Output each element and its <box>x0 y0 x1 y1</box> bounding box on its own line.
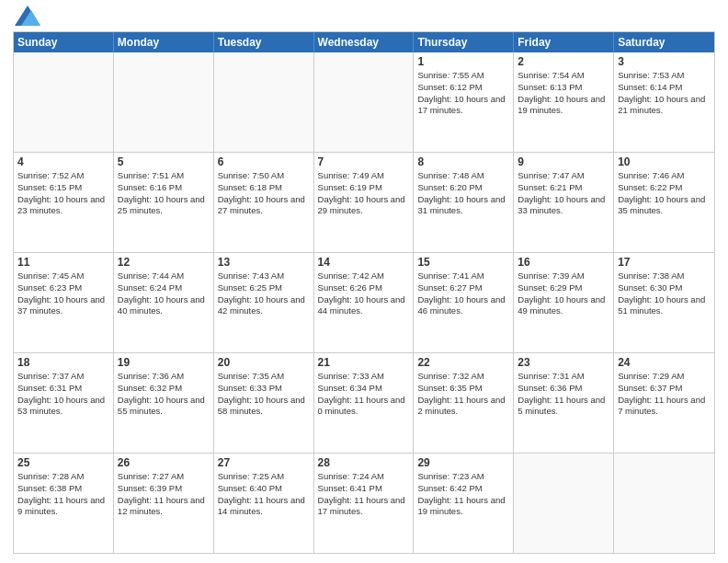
sun-info: Sunrise: 7:49 AM Sunset: 6:19 PM Dayligh… <box>318 170 410 217</box>
sun-info: Sunrise: 7:46 AM Sunset: 6:22 PM Dayligh… <box>618 170 711 217</box>
day-number: 10 <box>618 155 711 168</box>
day-cell-4: 4Sunrise: 7:52 AM Sunset: 6:15 PM Daylig… <box>14 153 114 252</box>
day-number: 16 <box>518 256 609 269</box>
day-cell-2: 2Sunrise: 7:54 AM Sunset: 6:13 PM Daylig… <box>514 52 614 152</box>
weekday-header-friday: Friday <box>514 32 614 52</box>
sun-info: Sunrise: 7:38 AM Sunset: 6:30 PM Dayligh… <box>618 270 711 317</box>
sun-info: Sunrise: 7:23 AM Sunset: 6:42 PM Dayligh… <box>417 471 509 518</box>
day-number: 7 <box>318 155 410 168</box>
day-cell-17: 17Sunrise: 7:38 AM Sunset: 6:30 PM Dayli… <box>614 253 714 352</box>
weekday-header-wednesday: Wednesday <box>314 32 415 52</box>
sun-info: Sunrise: 7:24 AM Sunset: 6:41 PM Dayligh… <box>318 471 410 518</box>
day-cell-14: 14Sunrise: 7:42 AM Sunset: 6:26 PM Dayli… <box>314 253 415 352</box>
day-cell-24: 24Sunrise: 7:29 AM Sunset: 6:37 PM Dayli… <box>614 353 714 453</box>
day-number: 15 <box>417 256 509 269</box>
logo <box>13 13 40 26</box>
calendar-week-2: 4Sunrise: 7:52 AM Sunset: 6:15 PM Daylig… <box>14 153 714 253</box>
weekday-header-sunday: Sunday <box>14 32 114 52</box>
sun-info: Sunrise: 7:33 AM Sunset: 6:34 PM Dayligh… <box>318 371 410 418</box>
day-cell-29: 29Sunrise: 7:23 AM Sunset: 6:42 PM Dayli… <box>414 454 514 553</box>
weekday-header-tuesday: Tuesday <box>214 32 314 52</box>
sun-info: Sunrise: 7:25 AM Sunset: 6:40 PM Dayligh… <box>218 471 310 518</box>
day-number: 9 <box>518 155 609 168</box>
logo-icon <box>15 6 40 26</box>
day-cell-18: 18Sunrise: 7:37 AM Sunset: 6:31 PM Dayli… <box>14 353 114 453</box>
day-number: 4 <box>17 155 109 168</box>
day-number: 21 <box>318 356 410 369</box>
sun-info: Sunrise: 7:55 AM Sunset: 6:12 PM Dayligh… <box>417 70 509 117</box>
day-cell-21: 21Sunrise: 7:33 AM Sunset: 6:34 PM Dayli… <box>314 353 415 453</box>
sun-info: Sunrise: 7:45 AM Sunset: 6:23 PM Dayligh… <box>17 270 109 317</box>
day-number: 8 <box>417 155 509 168</box>
calendar-week-1: 1Sunrise: 7:55 AM Sunset: 6:12 PM Daylig… <box>14 52 714 153</box>
calendar-body: 1Sunrise: 7:55 AM Sunset: 6:12 PM Daylig… <box>14 52 714 553</box>
day-cell-empty <box>214 52 314 152</box>
day-number: 2 <box>518 55 609 68</box>
day-cell-11: 11Sunrise: 7:45 AM Sunset: 6:23 PM Dayli… <box>14 253 114 352</box>
sun-info: Sunrise: 7:50 AM Sunset: 6:18 PM Dayligh… <box>218 170 310 217</box>
day-number: 29 <box>417 456 509 469</box>
day-cell-10: 10Sunrise: 7:46 AM Sunset: 6:22 PM Dayli… <box>614 153 714 252</box>
day-number: 27 <box>218 456 310 469</box>
day-cell-empty <box>514 454 614 553</box>
day-cell-empty <box>314 52 415 152</box>
day-cell-5: 5Sunrise: 7:51 AM Sunset: 6:16 PM Daylig… <box>114 153 214 252</box>
calendar: SundayMondayTuesdayWednesdayThursdayFrid… <box>13 31 715 554</box>
sun-info: Sunrise: 7:54 AM Sunset: 6:13 PM Dayligh… <box>518 70 609 117</box>
day-number: 6 <box>218 155 310 168</box>
sun-info: Sunrise: 7:48 AM Sunset: 6:20 PM Dayligh… <box>417 170 509 217</box>
day-number: 20 <box>218 356 310 369</box>
day-cell-16: 16Sunrise: 7:39 AM Sunset: 6:29 PM Dayli… <box>514 253 614 352</box>
day-number: 13 <box>218 256 310 269</box>
sun-info: Sunrise: 7:43 AM Sunset: 6:25 PM Dayligh… <box>218 270 310 317</box>
day-cell-15: 15Sunrise: 7:41 AM Sunset: 6:27 PM Dayli… <box>414 253 514 352</box>
sun-info: Sunrise: 7:28 AM Sunset: 6:38 PM Dayligh… <box>17 471 109 518</box>
weekday-header-saturday: Saturday <box>614 32 714 52</box>
sun-info: Sunrise: 7:42 AM Sunset: 6:26 PM Dayligh… <box>318 270 410 317</box>
day-cell-20: 20Sunrise: 7:35 AM Sunset: 6:33 PM Dayli… <box>214 353 314 453</box>
calendar-week-5: 25Sunrise: 7:28 AM Sunset: 6:38 PM Dayli… <box>14 454 714 553</box>
day-cell-3: 3Sunrise: 7:53 AM Sunset: 6:14 PM Daylig… <box>614 52 714 152</box>
day-cell-26: 26Sunrise: 7:27 AM Sunset: 6:39 PM Dayli… <box>114 454 214 553</box>
day-cell-22: 22Sunrise: 7:32 AM Sunset: 6:35 PM Dayli… <box>414 353 514 453</box>
day-number: 23 <box>518 356 609 369</box>
day-cell-empty <box>114 52 214 152</box>
day-number: 24 <box>618 356 711 369</box>
sun-info: Sunrise: 7:51 AM Sunset: 6:16 PM Dayligh… <box>118 170 210 217</box>
day-cell-9: 9Sunrise: 7:47 AM Sunset: 6:21 PM Daylig… <box>514 153 614 252</box>
calendar-week-4: 18Sunrise: 7:37 AM Sunset: 6:31 PM Dayli… <box>14 353 714 454</box>
day-number: 11 <box>17 256 109 269</box>
day-cell-6: 6Sunrise: 7:50 AM Sunset: 6:18 PM Daylig… <box>214 153 314 252</box>
day-number: 5 <box>118 155 210 168</box>
day-cell-12: 12Sunrise: 7:44 AM Sunset: 6:24 PM Dayli… <box>114 253 214 352</box>
sun-info: Sunrise: 7:29 AM Sunset: 6:37 PM Dayligh… <box>618 371 711 418</box>
day-cell-13: 13Sunrise: 7:43 AM Sunset: 6:25 PM Dayli… <box>214 253 314 352</box>
sun-info: Sunrise: 7:41 AM Sunset: 6:27 PM Dayligh… <box>417 270 509 317</box>
header <box>13 9 715 26</box>
day-cell-empty <box>14 52 114 152</box>
day-number: 14 <box>318 256 410 269</box>
day-number: 26 <box>118 456 210 469</box>
day-number: 25 <box>17 456 109 469</box>
sun-info: Sunrise: 7:47 AM Sunset: 6:21 PM Dayligh… <box>518 170 609 217</box>
weekday-header-monday: Monday <box>114 32 214 52</box>
weekday-header-thursday: Thursday <box>414 32 514 52</box>
page: SundayMondayTuesdayWednesdayThursdayFrid… <box>0 0 728 563</box>
day-cell-28: 28Sunrise: 7:24 AM Sunset: 6:41 PM Dayli… <box>314 454 415 553</box>
day-number: 18 <box>17 356 109 369</box>
day-cell-27: 27Sunrise: 7:25 AM Sunset: 6:40 PM Dayli… <box>214 454 314 553</box>
day-number: 3 <box>618 55 711 68</box>
day-cell-empty <box>614 454 714 553</box>
calendar-week-3: 11Sunrise: 7:45 AM Sunset: 6:23 PM Dayli… <box>14 253 714 353</box>
sun-info: Sunrise: 7:44 AM Sunset: 6:24 PM Dayligh… <box>118 270 210 317</box>
day-cell-7: 7Sunrise: 7:49 AM Sunset: 6:19 PM Daylig… <box>314 153 415 252</box>
day-cell-1: 1Sunrise: 7:55 AM Sunset: 6:12 PM Daylig… <box>414 52 514 152</box>
day-cell-23: 23Sunrise: 7:31 AM Sunset: 6:36 PM Dayli… <box>514 353 614 453</box>
day-cell-8: 8Sunrise: 7:48 AM Sunset: 6:20 PM Daylig… <box>414 153 514 252</box>
day-number: 1 <box>417 55 509 68</box>
sun-info: Sunrise: 7:52 AM Sunset: 6:15 PM Dayligh… <box>17 170 109 217</box>
calendar-header: SundayMondayTuesdayWednesdayThursdayFrid… <box>14 32 714 52</box>
sun-info: Sunrise: 7:36 AM Sunset: 6:32 PM Dayligh… <box>118 371 210 418</box>
day-number: 28 <box>318 456 410 469</box>
day-number: 17 <box>618 256 711 269</box>
